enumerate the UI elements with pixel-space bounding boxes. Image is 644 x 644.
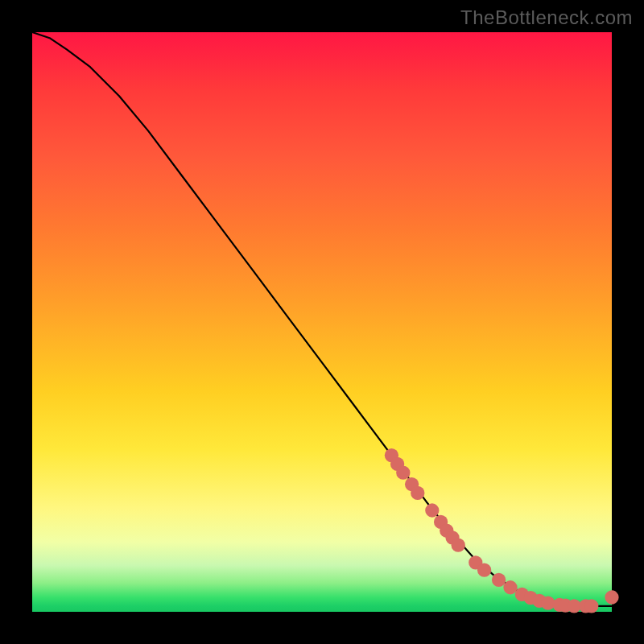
- marker-dot: [605, 590, 618, 604]
- chart-stage: TheBottleneck.com: [0, 0, 644, 644]
- marker-dot: [584, 599, 598, 613]
- marker-dot: [492, 573, 506, 587]
- marker-dot: [452, 539, 465, 552]
- marker-dot: [396, 466, 410, 480]
- plot-area: [32, 32, 612, 612]
- marker-dot: [425, 503, 439, 517]
- marker-dot: [503, 580, 517, 594]
- marker-group: [385, 448, 619, 613]
- plot-svg: [32, 32, 612, 612]
- marker-dot: [477, 564, 491, 577]
- curve-line: [32, 32, 612, 606]
- watermark-text: TheBottleneck.com: [460, 6, 633, 29]
- marker-dot: [411, 486, 424, 500]
